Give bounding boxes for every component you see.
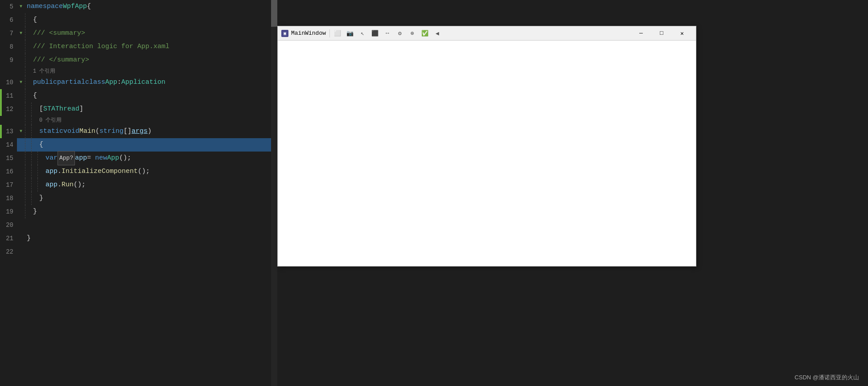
code-content: public partial class App : Application	[31, 76, 277, 89]
indent-guides	[25, 13, 31, 27]
collapse-indicator	[17, 245, 25, 259]
indent-guide	[31, 103, 37, 116]
toolbar-icon-select[interactable]: ↖	[357, 28, 368, 39]
code-line: 10▼public partial class App : Applicatio…	[0, 76, 277, 89]
indent-guide	[25, 165, 31, 178]
wpf-minimize-button[interactable]: —	[631, 26, 651, 41]
code-content	[25, 245, 277, 259]
indent-guides	[25, 165, 44, 178]
wpf-main-content	[278, 41, 696, 266]
line-number: 12	[0, 103, 17, 116]
indent-guides	[25, 116, 37, 125]
indent-guides	[25, 178, 44, 192]
code-line: 11{	[0, 89, 277, 103]
code-content: /// <summary>	[31, 27, 277, 40]
indent-guide	[31, 125, 37, 138]
line-number: 10	[0, 76, 17, 89]
collapse-indicator	[17, 53, 25, 67]
indent-guide	[37, 165, 44, 178]
collapse-indicator	[17, 218, 25, 232]
indent-guide	[25, 89, 31, 103]
collapse-indicator	[17, 40, 25, 53]
toolbar-icon-resize[interactable]: ↔	[382, 28, 393, 39]
indent-guide	[31, 192, 37, 205]
indent-guide	[31, 165, 37, 178]
line-number: 18	[0, 192, 17, 205]
indent-guides	[25, 138, 37, 152]
collapse-indicator[interactable]: ▼	[17, 27, 25, 40]
line-number: 8	[0, 40, 17, 53]
collapse-indicator	[17, 205, 25, 218]
line-number: 19	[0, 205, 17, 218]
indent-guide	[25, 13, 31, 27]
code-line: 9/// </summary>	[0, 53, 277, 67]
toolbar-icon-rect[interactable]: ⬛	[369, 28, 381, 39]
wpf-maximize-button[interactable]: □	[651, 26, 672, 41]
indent-guides	[25, 205, 31, 218]
toolbar-sep-1	[329, 29, 330, 37]
wpf-titlebar-left: ▣ MainWindow ⬜ 📷 ↖ ⬛ ↔ ⚙ ⊕ ✅ ◀	[281, 28, 443, 39]
code-content: app.InitializeComponent();	[44, 165, 277, 178]
wpf-toolbar: ⬜ 📷 ↖ ⬛ ↔ ⚙ ⊕ ✅ ◀	[329, 28, 443, 39]
code-content: {	[31, 13, 277, 27]
collapse-indicator[interactable]: ▼	[17, 0, 25, 13]
collapse-indicator	[17, 192, 25, 205]
wpf-close-button[interactable]: ✕	[672, 26, 692, 41]
indent-guides	[25, 192, 37, 205]
code-content: }	[37, 192, 277, 205]
line-number: 20	[0, 218, 17, 232]
code-line: 12[STAThread]	[0, 103, 277, 116]
wpf-window-controls: — □ ✕	[631, 26, 692, 41]
code-line: 13▼static void Main(string[] args)	[0, 125, 277, 138]
wpf-preview-window: ▣ MainWindow ⬜ 📷 ↖ ⬛ ↔ ⚙ ⊕ ✅ ◀ — □ ✕	[277, 26, 696, 267]
scrollbar-thumb[interactable]	[271, 0, 277, 27]
code-content: /// Interaction logic for App.xaml	[31, 40, 277, 53]
code-editor: 5▼namespace WpfApp{6{7▼/// <summary>8///…	[0, 0, 277, 386]
indent-guide	[25, 103, 31, 116]
csdn-watermark: CSDN @潘诺西亚的火山	[794, 374, 859, 382]
toolbar-icon-camera[interactable]: 📷	[344, 28, 356, 39]
indent-guide	[25, 125, 31, 138]
code-content: /// </summary>	[31, 53, 277, 67]
collapse-indicator	[17, 232, 25, 245]
indent-guides	[25, 152, 44, 165]
indent-guide	[25, 192, 31, 205]
toolbar-icon-inspect[interactable]: ⬜	[332, 28, 343, 39]
code-line: 6{	[0, 13, 277, 27]
toolbar-icon-add[interactable]: ⊕	[407, 28, 418, 39]
collapse-indicator[interactable]: ▼	[17, 76, 25, 89]
code-line: 5▼namespace WpfApp{	[0, 0, 277, 13]
code-content: }	[25, 232, 277, 245]
line-number: 16	[0, 165, 17, 178]
indent-guide	[31, 178, 37, 192]
indent-guide	[25, 138, 31, 152]
collapse-indicator	[17, 67, 25, 76]
indent-guide	[31, 152, 37, 165]
line-number: 17	[0, 178, 17, 192]
indent-guides	[25, 125, 37, 138]
code-line: 19}	[0, 205, 277, 218]
toolbar-icon-back[interactable]: ◀	[432, 28, 443, 39]
wpf-titlebar: ▣ MainWindow ⬜ 📷 ↖ ⬛ ↔ ⚙ ⊕ ✅ ◀ — □ ✕	[278, 26, 696, 41]
editor-scrollbar[interactable]	[271, 0, 277, 386]
indent-guides	[25, 53, 31, 67]
toolbar-icon-settings[interactable]: ⚙	[394, 28, 406, 39]
code-content: [STAThread]	[37, 103, 277, 116]
indent-guide	[25, 27, 31, 40]
line-number: 9	[0, 53, 17, 67]
code-content: {	[31, 89, 277, 103]
collapse-indicator	[17, 165, 25, 178]
code-line: 7▼/// <summary>	[0, 27, 277, 40]
toolbar-icon-check[interactable]: ✅	[419, 28, 431, 39]
line-number	[0, 67, 17, 76]
indent-guides	[25, 40, 31, 53]
collapse-indicator	[17, 13, 25, 27]
collapse-indicator	[17, 178, 25, 192]
indent-guides	[25, 89, 31, 103]
code-line: 0 个引用	[0, 116, 277, 125]
indent-guide	[25, 205, 31, 218]
indent-guides	[25, 67, 31, 76]
indent-guide	[25, 53, 31, 67]
code-content: namespace WpfApp{	[25, 0, 277, 13]
collapse-indicator[interactable]: ▼	[17, 125, 25, 138]
